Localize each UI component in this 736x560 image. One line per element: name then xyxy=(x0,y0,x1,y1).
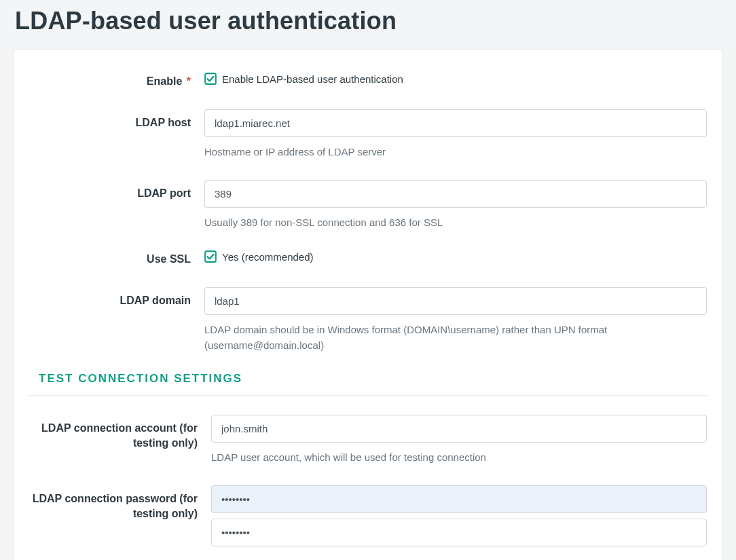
help-ldap-domain: LDAP domain should be in Windows format … xyxy=(204,322,707,354)
label-ldap-port: LDAP port xyxy=(29,180,204,201)
checkbox-enable-label: Enable LDAP-based user authentication xyxy=(222,73,403,85)
help-test-account: LDAP user account, which will be used fo… xyxy=(211,449,707,465)
checkbox-checked-icon xyxy=(204,250,217,263)
label-enable: Enable * xyxy=(29,73,204,89)
ldap-host-input[interactable] xyxy=(204,109,707,137)
help-ldap-port: Usually 389 for non-SSL connection and 6… xyxy=(204,214,707,230)
test-account-input[interactable] xyxy=(211,415,707,443)
label-use-ssl: Use SSL xyxy=(29,250,204,267)
label-test-password: LDAP connection password (for testing on… xyxy=(29,485,211,521)
field-ldap-port: LDAP port Usually 389 for non-SSL connec… xyxy=(29,180,707,230)
field-use-ssl: Use SSL Yes (recommended) xyxy=(29,250,707,267)
ldap-port-input[interactable] xyxy=(204,180,707,208)
settings-panel: Enable * Enable LDAP-based user authenti… xyxy=(14,49,722,560)
checkbox-checked-icon xyxy=(204,73,217,85)
test-password-input[interactable] xyxy=(211,485,707,513)
field-test-account: LDAP connection account (for testing onl… xyxy=(29,415,707,465)
field-ldap-host: LDAP host Hostname or IP address of LDAP… xyxy=(29,109,707,160)
section-heading-test-connection: Test Connection Settings xyxy=(29,372,707,395)
label-enable-text: Enable xyxy=(147,75,182,87)
checkbox-enable[interactable]: Enable LDAP-based user authentication xyxy=(204,73,707,85)
test-password-confirm-input[interactable] xyxy=(211,519,707,546)
ldap-domain-input[interactable] xyxy=(204,287,707,315)
label-test-account: LDAP connection account (for testing onl… xyxy=(29,415,211,450)
field-ldap-domain: LDAP domain LDAP domain should be in Win… xyxy=(29,287,707,354)
required-mark: * xyxy=(187,75,191,87)
field-enable: Enable * Enable LDAP-based user authenti… xyxy=(29,73,707,89)
checkbox-use-ssl[interactable]: Yes (recommended) xyxy=(204,250,707,263)
field-test-password: LDAP connection password (for testing on… xyxy=(29,485,707,546)
help-ldap-host: Hostname or IP address of LDAP server xyxy=(204,144,707,160)
label-ldap-domain: LDAP domain xyxy=(29,287,204,308)
checkbox-use-ssl-label: Yes (recommended) xyxy=(222,251,314,263)
section-divider xyxy=(29,395,707,396)
label-ldap-host: LDAP host xyxy=(29,109,204,130)
page-title: LDAP-based user authentication xyxy=(14,0,722,49)
